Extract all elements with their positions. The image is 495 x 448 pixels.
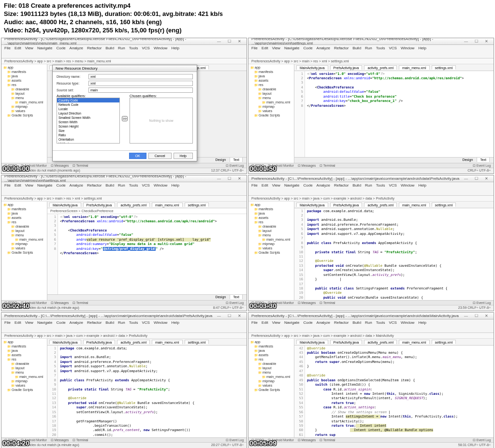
bottom-tab[interactable]: ⊡ Messages: [298, 301, 316, 304]
bottom-tab[interactable]: ⊡ Terminal: [320, 438, 335, 442]
menu-item-build[interactable]: Build: [352, 320, 361, 324]
menu-item-view[interactable]: View: [25, 46, 33, 50]
menu-item-code[interactable]: Code: [303, 320, 312, 324]
menu-item-run[interactable]: Run: [118, 320, 125, 324]
bottom-tab[interactable]: ⊡ Messages: [51, 164, 69, 167]
code-editor[interactable]: 1234567891011121314151617181920212223242…: [47, 346, 247, 437]
editor-tabs[interactable]: MainActivity.javaPrefsActivity.javaactiv…: [294, 202, 494, 208]
menu-item-refactor[interactable]: Refactor: [87, 183, 102, 187]
menu-item-edit[interactable]: Edit: [15, 46, 21, 50]
menu-item-view[interactable]: View: [25, 183, 33, 187]
tree-item[interactable]: manifests: [249, 344, 293, 348]
menu-item-navigate[interactable]: Navigate: [284, 320, 300, 324]
menu-item-help[interactable]: Help: [171, 183, 179, 187]
tree-item[interactable]: mipmap: [249, 104, 293, 109]
bottom-tab[interactable]: ⊡ Messages: [51, 438, 69, 442]
tree-item[interactable]: menu: [2, 96, 46, 100]
tree-item[interactable]: layout: [249, 91, 293, 96]
editor-tab[interactable]: PrefsActivity.java: [83, 340, 116, 344]
editor-tab[interactable]: settings.xml: [432, 340, 456, 344]
tree-item[interactable]: main_menu.xml: [249, 100, 293, 104]
tree-item[interactable]: Gradle Scripts: [249, 250, 293, 255]
tree-item[interactable]: res: [249, 220, 293, 224]
qualifier-item[interactable]: Screen Width: [57, 120, 119, 124]
ok-button[interactable]: OK: [129, 153, 146, 159]
menu-item-help[interactable]: Help: [418, 46, 426, 50]
qualifier-item[interactable]: Size: [57, 129, 119, 133]
tree-item[interactable]: drawable: [249, 224, 293, 229]
tree-item[interactable]: mipmap: [2, 104, 46, 109]
menu-item-analyze[interactable]: Analyze: [317, 46, 330, 50]
menu-item-build[interactable]: Build: [105, 46, 114, 50]
tree-item[interactable]: assets: [249, 78, 293, 83]
tree-item[interactable]: values: [249, 109, 293, 113]
editor-tab[interactable]: MainActivity.java: [296, 65, 328, 70]
tree-item[interactable]: values: [249, 383, 293, 388]
bottom-tool-tabs[interactable]: ⊡ TODO⊡ Android Monitor⊡ Messages⊡ Termi…: [1, 163, 247, 168]
project-sidebar[interactable]: appmanifestsjavaassetsresdrawablelayoutm…: [1, 202, 47, 300]
tree-item[interactable]: res: [249, 83, 293, 87]
tree-item[interactable]: main_menu.xml: [249, 237, 293, 242]
tree-item[interactable]: values: [2, 109, 46, 113]
code-editor[interactable]: 12345678 <?xml version="1.0" encoding="u…: [294, 71, 494, 157]
tree-item[interactable]: Gradle Scripts: [2, 388, 46, 392]
menu-item-tools[interactable]: Tools: [129, 46, 138, 50]
tree-item[interactable]: values: [2, 383, 46, 388]
window-controls[interactable]: —☐✕: [215, 39, 244, 43]
tree-item[interactable]: main_menu.xml: [2, 375, 46, 379]
menu-item-view[interactable]: View: [272, 183, 280, 187]
menu-item-run[interactable]: Run: [118, 183, 125, 187]
menu-item-refactor[interactable]: Refactor: [334, 46, 349, 50]
tree-item[interactable]: main_menu.xml: [2, 237, 46, 242]
tree-item[interactable]: main_menu.xml: [249, 375, 293, 379]
menu-item-help[interactable]: Help: [418, 183, 426, 187]
tree-item[interactable]: assets: [2, 216, 46, 220]
menu-bar[interactable]: FileEditViewNavigateCodeAnalyzeRefactorB…: [1, 45, 247, 51]
bottom-tab[interactable]: ⊡ Messages: [298, 438, 316, 442]
tree-item[interactable]: layout: [2, 229, 46, 233]
editor-tab[interactable]: activity_prefs.xml: [364, 202, 397, 207]
menu-item-run[interactable]: Run: [365, 46, 372, 50]
qualifier-item[interactable]: Ratio: [57, 133, 119, 137]
menu-item-window[interactable]: Window: [401, 46, 414, 50]
editor-tabs[interactable]: MainActivity.javaPrefsActivity.javaactiv…: [294, 64, 494, 71]
tree-item[interactable]: values: [2, 246, 46, 250]
menu-item-vcs[interactable]: VCS: [389, 46, 396, 50]
project-sidebar[interactable]: appmanifestsjavaassetsresdrawablelayoutm…: [248, 64, 294, 163]
tree-item[interactable]: mipmap: [249, 242, 293, 246]
tree-item[interactable]: assets: [2, 353, 46, 357]
menu-item-code[interactable]: Code: [303, 183, 312, 187]
menu-item-help[interactable]: Help: [171, 46, 179, 50]
menu-item-analyze[interactable]: Analyze: [70, 320, 83, 324]
menu-item-file[interactable]: File: [4, 320, 11, 324]
qualifier-item[interactable]: Locale: [57, 107, 119, 111]
editor-tab[interactable]: activity_prefs.xml: [364, 340, 397, 344]
menu-item-vcs[interactable]: VCS: [142, 46, 149, 50]
tree-item[interactable]: Gradle Scripts: [2, 113, 46, 117]
menu-item-file[interactable]: File: [4, 46, 11, 50]
qualifier-item[interactable]: Network Code: [57, 102, 119, 107]
tree-item[interactable]: Gradle Scripts: [249, 113, 293, 117]
tree-item[interactable]: drawable: [2, 224, 46, 229]
tree-item[interactable]: layout: [249, 229, 293, 233]
menu-item-edit[interactable]: Edit: [15, 183, 21, 187]
menu-item-edit[interactable]: Edit: [262, 183, 268, 187]
tree-item[interactable]: layout: [2, 366, 46, 370]
editor-tabs[interactable]: MainActivity.javaPrefsActivity.javaactiv…: [294, 339, 494, 346]
qualifier-item[interactable]: UI Mode: [57, 142, 119, 144]
editor-tab[interactable]: main_menu.xml: [399, 202, 429, 207]
project-sidebar[interactable]: appmanifestsjavaassetsresdrawablelayoutm…: [1, 339, 47, 437]
tree-item[interactable]: mipmap: [2, 379, 46, 383]
bottom-tab[interactable]: ⊡ Terminal: [320, 164, 335, 167]
menu-item-edit[interactable]: Edit: [15, 320, 21, 324]
tree-item[interactable]: manifests: [2, 344, 46, 348]
menu-item-navigate[interactable]: Navigate: [37, 320, 53, 324]
editor-tab[interactable]: main_menu.xml: [399, 340, 429, 344]
editor-tab[interactable]: main_menu.xml: [152, 340, 182, 344]
menu-item-refactor[interactable]: Refactor: [334, 320, 349, 324]
menu-item-vcs[interactable]: VCS: [389, 183, 396, 187]
qualifier-item[interactable]: Country Code: [57, 98, 119, 102]
menu-item-help[interactable]: Help: [418, 320, 426, 324]
editor-tab[interactable]: activity_prefs.xml: [117, 340, 150, 344]
editor-tab[interactable]: activity_prefs.xml: [117, 202, 150, 207]
